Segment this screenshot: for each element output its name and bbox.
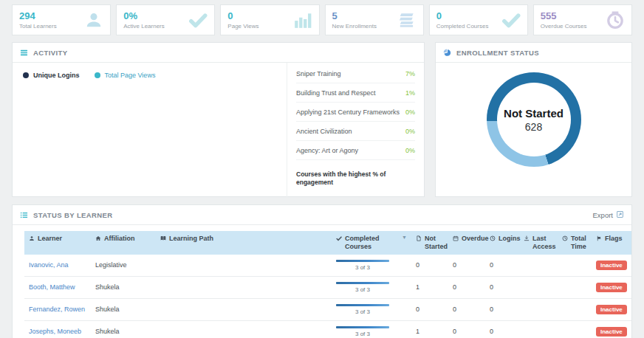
donut-center-label: Not Started <box>504 107 564 120</box>
total-time-cell <box>558 255 592 277</box>
col-header-flags[interactable]: Flags <box>592 231 632 255</box>
learner-link[interactable]: Josephs, Moneeb <box>29 328 81 335</box>
col-header-last-access[interactable]: Last Access <box>519 231 558 255</box>
check-icon <box>501 10 521 30</box>
legend-unique-logins[interactable]: Unique Logins <box>23 72 80 79</box>
col-header-affiliation[interactable]: Affiliation <box>91 231 156 255</box>
table-row: Ivanovic, Ana Legislative 3 of 3 0 0 0 I… <box>24 255 632 277</box>
course-percent: 0% <box>405 128 415 135</box>
course-name: Sniper Training <box>296 70 341 77</box>
last-access-cell <box>519 320 558 338</box>
clock-icon <box>490 235 496 241</box>
clock-icon <box>562 235 568 241</box>
course-name: Ancient Civilization <box>296 128 352 135</box>
stat-value: 0 <box>436 10 489 21</box>
menu-icon <box>20 49 28 57</box>
table-row: Josephs, Moneeb Shukela 3 of 3 1 0 0 Ina… <box>24 320 632 338</box>
engagement-course-list: Sniper Training 7% Building Trust and Re… <box>287 63 424 198</box>
course-percent: 0% <box>405 147 415 154</box>
not-started-cell: 1 <box>411 320 448 338</box>
stat-label: New Enrollments <box>332 23 377 30</box>
stat-label: Page Views <box>227 23 258 30</box>
logins-cell: 0 <box>485 298 519 320</box>
course-name: Building Trust and Respect <box>296 89 376 97</box>
learners-table: Learner Affiliation Learning Path Comple… <box>24 231 632 338</box>
status-badge: Inactive <box>596 327 627 337</box>
completed-progress: 3 of 3 <box>336 260 389 271</box>
col-header-not-started[interactable]: Not Started <box>411 231 448 255</box>
overdue-cell: 0 <box>448 276 485 298</box>
last-access-cell <box>519 276 558 298</box>
stat-label: Overdue Courses <box>541 23 587 30</box>
engagement-footnote: Courses with the highest % of engagement <box>296 170 415 187</box>
col-header-learning-path[interactable]: Learning Path <box>156 231 332 255</box>
stat-value: 294 <box>19 10 57 21</box>
dashboard-page: 294 Total Learners 0% Active Learners 0 … <box>0 0 644 338</box>
table-header-row: Learner Affiliation Learning Path Comple… <box>24 231 632 255</box>
check-icon <box>188 10 208 30</box>
calendar-icon <box>453 235 459 241</box>
learning-path-cell <box>156 298 332 320</box>
learners-title: STATUS BY LEARNER <box>33 211 113 219</box>
file-icon <box>416 235 422 241</box>
learner-link[interactable]: Fernandez, Rowen <box>29 306 85 313</box>
enrollment-panel: ENROLLMENT STATUS Not Started 628 <box>435 42 632 197</box>
stat-card-completed-courses: 0 Completed Courses <box>429 4 528 35</box>
total-time-cell <box>558 276 592 298</box>
affiliation-cell: Shukela <box>91 298 156 320</box>
stat-label: Completed Courses <box>436 23 489 30</box>
learning-path-cell <box>156 255 332 277</box>
completed-progress: 3 of 3 <box>336 282 389 293</box>
col-header-completed-courses[interactable]: Completed Courses ▼ <box>332 231 411 255</box>
course-percent: 0% <box>405 108 415 116</box>
col-header-learner[interactable]: Learner <box>24 231 91 255</box>
overdue-cell: 0 <box>448 320 485 338</box>
completed-progress: 3 of 3 <box>336 326 389 337</box>
col-header-overdue[interactable]: Overdue <box>448 231 485 255</box>
stat-card-new-enrollments: 5 New Enrollments <box>325 4 424 35</box>
total-time-cell <box>558 320 592 338</box>
last-access-cell <box>519 255 558 277</box>
stat-value: 0% <box>123 10 165 21</box>
learner-link[interactable]: Booth, Matthew <box>29 283 75 291</box>
legend-total-page-views[interactable]: Total Page Views <box>95 72 156 79</box>
affiliation-cell: Shukela <box>91 276 156 298</box>
activity-title: ACTIVITY <box>33 49 67 57</box>
overdue-cell: 0 <box>448 255 485 277</box>
sort-indicator-icon[interactable]: ▼ <box>400 235 407 241</box>
not-started-cell: 0 <box>411 298 448 320</box>
status-badge: Inactive <box>596 305 627 314</box>
affiliation-cell: Legislative <box>91 255 156 277</box>
list-icon <box>20 211 28 219</box>
col-header-total-time[interactable]: Total Time <box>558 231 592 255</box>
total-time-cell <box>558 298 592 320</box>
donut-center-value: 628 <box>525 121 542 133</box>
course-item: Applying 21st Century Frameworks 0% <box>296 103 415 122</box>
stat-label: Total Learners <box>19 23 57 30</box>
activity-panel: ACTIVITY Unique Logins Total Page Views <box>12 42 425 197</box>
status-badge: Inactive <box>596 261 627 270</box>
course-percent: 7% <box>405 70 415 77</box>
stack-icon <box>397 10 417 30</box>
export-icon <box>616 210 624 220</box>
learner-link[interactable]: Ivanovic, Ana <box>29 261 69 269</box>
col-header-logins[interactable]: Logins <box>485 231 519 255</box>
user-icon <box>84 10 103 30</box>
table-row: Booth, Matthew Shukela 3 of 3 1 0 0 Inac… <box>24 276 632 298</box>
not-started-cell: 1 <box>411 276 448 298</box>
stat-card-overdue-courses: 555 Overdue Courses <box>533 4 632 35</box>
course-item: Ancient Civilization 0% <box>296 122 415 141</box>
export-button[interactable]: Export <box>593 210 624 220</box>
check-icon <box>336 235 342 241</box>
download-icon <box>524 235 530 241</box>
chart-legend: Unique Logins Total Page Views <box>23 72 276 79</box>
stat-card-total-learners: 294 Total Learners <box>12 4 111 35</box>
pie-chart-icon <box>443 49 451 57</box>
logins-cell: 0 <box>485 320 519 338</box>
learning-path-cell <box>156 320 332 338</box>
overdue-cell: 0 <box>448 298 485 320</box>
logins-cell: 0 <box>485 255 519 277</box>
flag-icon <box>596 235 602 241</box>
stat-value: 555 <box>541 10 587 21</box>
affiliation-cell: Shukela <box>91 320 156 338</box>
